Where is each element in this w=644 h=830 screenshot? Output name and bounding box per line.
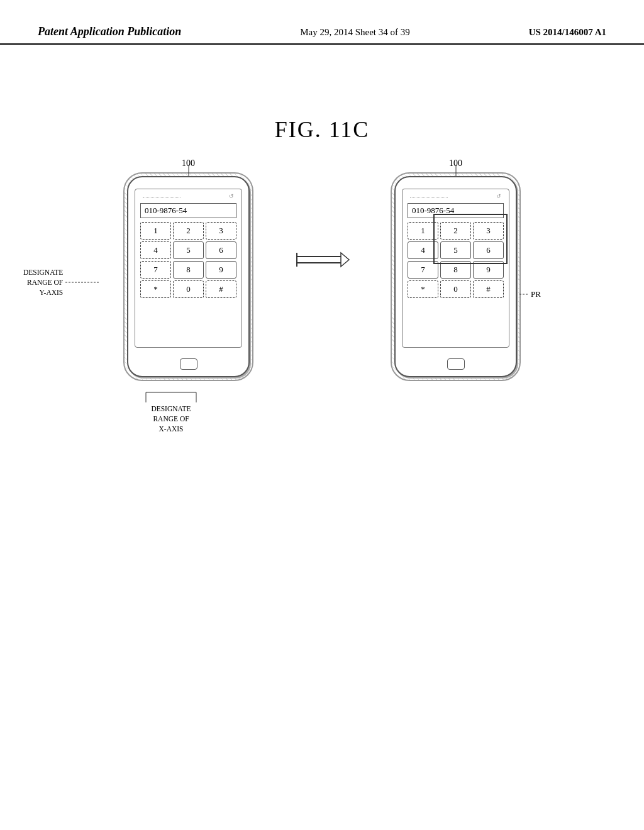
right-key-6: 6 <box>473 241 504 259</box>
x-axis-text-line2: RANGE OF <box>133 414 209 424</box>
left-phone-container: 100 DESIGNATE RANGE OF Y-AXIS ↺ <box>127 176 250 377</box>
right-status-dots <box>410 197 448 198</box>
left-status-bar: ↺ <box>140 193 236 199</box>
y-axis-text-line1: DESIGNATE <box>23 267 63 277</box>
right-status-bar: ↺ <box>408 193 504 199</box>
y-axis-text-line2: RANGE OF <box>23 277 63 287</box>
left-keypad: 1 2 3 4 5 6 7 8 9 * 0 # <box>140 222 236 298</box>
left-key-7: 7 <box>140 261 171 279</box>
date-sheet-label: May 29, 2014 Sheet 34 of 39 <box>300 27 410 38</box>
figure-title: FIG. 11C <box>0 116 644 143</box>
right-phone-number: 010-9876-54 <box>412 206 454 215</box>
x-axis-bracket <box>133 391 209 404</box>
right-number-display: 010-9876-54 <box>408 203 504 218</box>
left-ref-arrow <box>182 165 195 177</box>
right-phone: ↺ 010-9876-54 1 2 3 4 5 6 7 <box>394 176 517 377</box>
right-key-4: 4 <box>408 241 438 259</box>
right-key-star: * <box>408 280 438 298</box>
svg-marker-8 <box>341 253 349 267</box>
publication-label: Patent Application Publication <box>38 25 181 38</box>
left-key-4: 4 <box>140 241 171 259</box>
left-key-1: 1 <box>140 222 171 240</box>
left-key-star: * <box>140 280 171 298</box>
right-key-8: 8 <box>440 261 471 279</box>
left-key-hash: # <box>206 280 236 298</box>
left-number-display: 010-9876-54 <box>140 203 236 218</box>
right-status-icon: ↺ <box>496 193 501 199</box>
left-key-9: 9 <box>206 261 236 279</box>
right-phone-container: 100 PR ↺ 010-9876-54 <box>394 176 517 377</box>
arrow-container <box>287 245 357 277</box>
pr-label: PR <box>531 289 541 299</box>
x-axis-label: DESIGNATE RANGE OF X-AXIS <box>133 391 209 434</box>
y-axis-line <box>65 282 100 283</box>
x-axis-text-line1: DESIGNATE <box>133 404 209 414</box>
left-key-8: 8 <box>173 261 204 279</box>
right-key-5: 5 <box>440 241 471 259</box>
left-phone-screen: ↺ 010-9876-54 1 2 3 4 5 6 7 <box>135 189 242 348</box>
right-key-hash: # <box>473 280 504 298</box>
left-key-6: 6 <box>206 241 236 259</box>
x-axis-text-line3: X-AXIS <box>133 424 209 434</box>
right-key-3: 3 <box>473 222 504 240</box>
left-status-dots <box>143 197 180 198</box>
y-axis-label: DESIGNATE RANGE OF Y-AXIS <box>23 267 100 297</box>
left-phone-number: 010-9876-54 <box>145 206 187 215</box>
diagram-area: 100 DESIGNATE RANGE OF Y-AXIS ↺ <box>0 163 644 377</box>
patent-number-label: US 2014/146007 A1 <box>529 27 606 38</box>
left-status-icon: ↺ <box>229 193 234 199</box>
left-key-3: 3 <box>206 222 236 240</box>
left-key-2: 2 <box>173 222 204 240</box>
left-home-button <box>180 358 197 370</box>
right-arrow <box>294 245 350 277</box>
right-key-2: 2 <box>440 222 471 240</box>
right-key-1: 1 <box>408 222 438 240</box>
right-key-0: 0 <box>440 280 471 298</box>
y-axis-text-line3: Y-AXIS <box>23 287 63 297</box>
right-key-7: 7 <box>408 261 438 279</box>
right-key-9: 9 <box>473 261 504 279</box>
right-home-button <box>447 358 465 370</box>
left-key-5: 5 <box>173 241 204 259</box>
right-keypad: 1 2 3 4 5 6 7 8 9 * 0 # <box>408 222 504 298</box>
right-ref-arrow <box>450 165 462 177</box>
right-phone-screen: ↺ 010-9876-54 1 2 3 4 5 6 7 <box>402 189 509 348</box>
left-key-0: 0 <box>173 280 204 298</box>
page-header: Patent Application Publication May 29, 2… <box>0 25 644 45</box>
left-phone: ↺ 010-9876-54 1 2 3 4 5 6 7 <box>127 176 250 377</box>
